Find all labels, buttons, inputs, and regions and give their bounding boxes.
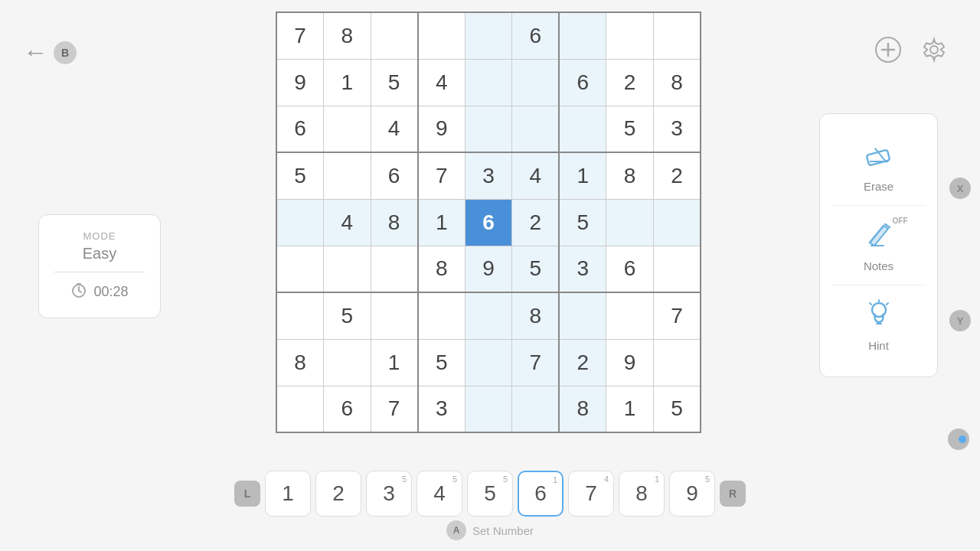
- number-button-9[interactable]: 59: [669, 471, 715, 517]
- sudoku-cell[interactable]: [324, 152, 371, 199]
- sudoku-cell[interactable]: 1: [559, 152, 606, 199]
- sudoku-cell[interactable]: [276, 199, 324, 246]
- sudoku-cell[interactable]: [606, 12, 654, 59]
- sudoku-cell[interactable]: 1: [324, 59, 371, 106]
- sudoku-cell[interactable]: [653, 246, 701, 292]
- number-button-4[interactable]: 54: [416, 471, 462, 517]
- sudoku-cell[interactable]: [324, 106, 371, 152]
- sudoku-cell[interactable]: 9: [606, 339, 654, 386]
- sudoku-cell[interactable]: 3: [418, 386, 466, 432]
- sudoku-cell[interactable]: [465, 292, 512, 339]
- sudoku-cell[interactable]: 6: [324, 386, 371, 432]
- sudoku-cell[interactable]: 6: [371, 152, 418, 199]
- sudoku-cell[interactable]: [324, 339, 371, 386]
- sudoku-cell[interactable]: [465, 106, 512, 152]
- settings-button[interactable]: [919, 34, 949, 65]
- sudoku-cell[interactable]: 4: [324, 199, 371, 246]
- sudoku-cell[interactable]: 6: [512, 12, 560, 59]
- sudoku-cell[interactable]: 6: [606, 246, 654, 292]
- sudoku-cell[interactable]: 3: [559, 246, 606, 292]
- number-button-8[interactable]: 18: [619, 471, 665, 517]
- number-button-2[interactable]: 2: [315, 471, 361, 517]
- sudoku-cell[interactable]: 9: [418, 106, 466, 152]
- sudoku-cell[interactable]: 6: [559, 59, 606, 106]
- sudoku-cell[interactable]: 8: [418, 246, 466, 292]
- sudoku-cell[interactable]: 7: [512, 339, 560, 386]
- sudoku-cell[interactable]: 5: [276, 152, 324, 199]
- sudoku-cell[interactable]: [606, 292, 654, 339]
- add-button[interactable]: [873, 34, 903, 65]
- sudoku-cell[interactable]: [512, 59, 560, 106]
- sudoku-cell[interactable]: 7: [418, 152, 466, 199]
- number-button-5[interactable]: 55: [467, 471, 513, 517]
- sudoku-cell[interactable]: 8: [324, 12, 371, 59]
- sudoku-cell[interactable]: [324, 246, 371, 292]
- sudoku-cell[interactable]: 5: [324, 292, 371, 339]
- sudoku-cell[interactable]: [371, 246, 418, 292]
- sudoku-cell[interactable]: 3: [465, 152, 512, 199]
- sudoku-cell[interactable]: [653, 339, 701, 386]
- sudoku-cell[interactable]: 8: [653, 59, 701, 106]
- sudoku-cell[interactable]: 1: [606, 386, 654, 432]
- sudoku-cell[interactable]: 8: [512, 292, 560, 339]
- sudoku-cell[interactable]: 7: [653, 292, 701, 339]
- number-button-7[interactable]: 47: [568, 471, 614, 517]
- back-button[interactable]: ← B: [23, 38, 77, 67]
- sudoku-cell[interactable]: 5: [653, 386, 701, 432]
- sudoku-cell[interactable]: 1: [418, 199, 466, 246]
- erase-button[interactable]: Erase: [831, 129, 926, 202]
- sudoku-cell[interactable]: [512, 386, 560, 432]
- sudoku-cell[interactable]: 1: [371, 339, 418, 386]
- notes-button[interactable]: OFF Notes: [831, 209, 926, 282]
- sudoku-cell[interactable]: [418, 292, 466, 339]
- sudoku-cell[interactable]: [465, 12, 512, 59]
- sudoku-cell[interactable]: [371, 292, 418, 339]
- sudoku-cell[interactable]: 4: [371, 106, 418, 152]
- set-number-text: Set Number: [472, 524, 534, 537]
- sudoku-cell[interactable]: 5: [371, 59, 418, 106]
- sudoku-grid[interactable]: 7869154628649535673418248162589536587815…: [276, 11, 701, 433]
- sudoku-cell[interactable]: 9: [276, 59, 324, 106]
- sudoku-cell[interactable]: [653, 199, 701, 246]
- sudoku-cell[interactable]: [512, 106, 560, 152]
- sudoku-cell[interactable]: 3: [653, 106, 701, 152]
- sudoku-cell[interactable]: [559, 292, 606, 339]
- sudoku-cell[interactable]: [371, 12, 418, 59]
- sudoku-cell[interactable]: [465, 59, 512, 106]
- sudoku-cell[interactable]: 2: [606, 59, 654, 106]
- sudoku-cell[interactable]: [559, 106, 606, 152]
- sudoku-cell[interactable]: [418, 12, 466, 59]
- sudoku-cell[interactable]: 4: [418, 59, 466, 106]
- sudoku-cell[interactable]: [465, 386, 512, 432]
- sudoku-cell[interactable]: [606, 199, 654, 246]
- sudoku-cell[interactable]: [276, 246, 324, 292]
- sudoku-cell[interactable]: 2: [653, 152, 701, 199]
- sudoku-cell[interactable]: 8: [371, 199, 418, 246]
- number-button-1[interactable]: 1: [265, 471, 311, 517]
- sudoku-cell[interactable]: 6: [276, 106, 324, 152]
- sudoku-cell[interactable]: 9: [465, 246, 512, 292]
- sudoku-cell[interactable]: 4: [512, 152, 560, 199]
- number-button-3[interactable]: 53: [366, 471, 412, 517]
- sudoku-cell[interactable]: 7: [276, 12, 324, 59]
- sudoku-cell[interactable]: [559, 12, 606, 59]
- sudoku-cell[interactable]: 2: [512, 199, 560, 246]
- number-button-6[interactable]: 16: [518, 471, 564, 517]
- y-badge[interactable]: Y: [949, 310, 971, 331]
- sudoku-cell[interactable]: [276, 386, 324, 432]
- sudoku-cell[interactable]: [653, 12, 701, 59]
- sudoku-cell[interactable]: 5: [559, 199, 606, 246]
- hint-button[interactable]: Hint: [831, 289, 926, 361]
- sudoku-cell[interactable]: 5: [512, 246, 560, 292]
- sudoku-cell[interactable]: 7: [371, 386, 418, 432]
- sudoku-cell[interactable]: 5: [606, 106, 654, 152]
- sudoku-cell[interactable]: [465, 339, 512, 386]
- sudoku-cell[interactable]: 5: [418, 339, 466, 386]
- sudoku-cell[interactable]: 2: [559, 339, 606, 386]
- sudoku-cell[interactable]: 6: [465, 199, 512, 246]
- sudoku-cell[interactable]: 8: [606, 152, 654, 199]
- sudoku-cell[interactable]: 8: [559, 386, 606, 432]
- sudoku-cell[interactable]: 8: [276, 339, 324, 386]
- x-badge[interactable]: X: [949, 178, 971, 199]
- sudoku-cell[interactable]: [276, 292, 324, 339]
